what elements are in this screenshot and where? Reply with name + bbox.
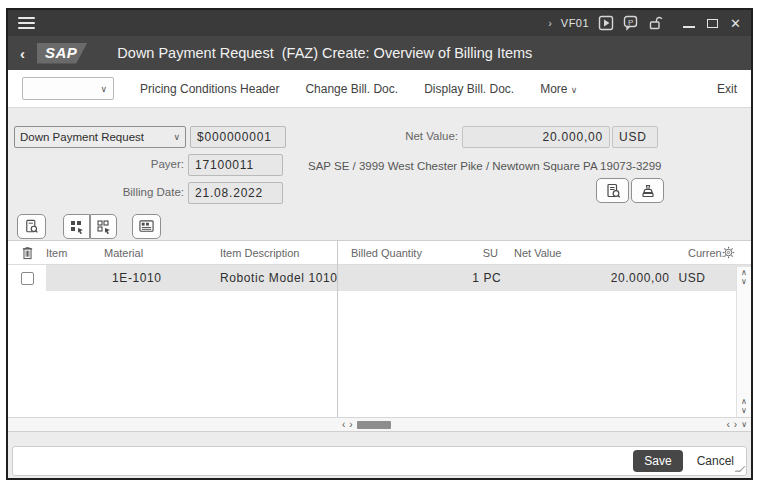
display-document-header-button[interactable] xyxy=(596,178,629,203)
stamp-icon xyxy=(639,182,657,200)
scroll-right-icon[interactable]: › xyxy=(349,420,352,430)
delete-column-header[interactable] xyxy=(8,246,46,260)
unlock-icon[interactable] xyxy=(648,15,664,31)
content-area: Down Payment Request ∨ $000000001 Net Va… xyxy=(8,108,751,478)
release-to-accounting-button[interactable] xyxy=(631,178,664,203)
trash-icon xyxy=(21,246,34,260)
table-vertical-scrollbar[interactable]: ∧ ∨ ∧ ∨ xyxy=(736,267,751,417)
item-details-icon xyxy=(138,219,155,234)
cell-billed-quantity: 1 xyxy=(354,271,479,285)
close-button[interactable]: ✕ xyxy=(730,17,741,30)
billing-date-field[interactable]: 21.08.2022 xyxy=(188,182,283,204)
nav-chevron-icon[interactable]: › xyxy=(548,17,552,29)
net-value-currency-field: USD xyxy=(612,126,658,148)
scroll-left-icon[interactable]: ‹ xyxy=(726,420,729,430)
command-combobox[interactable]: ∨ xyxy=(22,77,114,100)
scroll-down-icon[interactable]: ∨ xyxy=(741,420,747,430)
scroll-left-icon[interactable]: ‹ xyxy=(342,420,345,430)
scroll-down-icon[interactable]: ∨ xyxy=(741,407,747,415)
gui-session-icon[interactable]: P xyxy=(623,15,639,31)
item-details-button[interactable] xyxy=(132,214,161,239)
app-window: › VF01 P ✕ ‹ SAP Down Payment Request (F… xyxy=(6,8,753,480)
chevron-down-icon: ∨ xyxy=(100,84,107,94)
payer-label: Payer: xyxy=(88,158,184,170)
scroll-up-icon[interactable]: ∧ xyxy=(741,269,747,277)
column-header-material[interactable]: Material xyxy=(104,247,220,259)
scroll-up-icon[interactable]: ∧ xyxy=(741,398,747,406)
billing-items-table: Item Material Item Description Billed Qu… xyxy=(8,240,751,432)
scroll-right-icon[interactable]: › xyxy=(734,420,737,430)
row-checkbox[interactable] xyxy=(21,272,34,285)
cell-currency: USD xyxy=(669,271,723,285)
hamburger-menu-icon[interactable] xyxy=(18,17,35,29)
row-select-cell xyxy=(8,265,46,291)
document-search-icon xyxy=(23,218,40,235)
save-button[interactable]: Save xyxy=(633,450,682,472)
change-bill-doc-button[interactable]: Change Bill. Doc. xyxy=(305,82,398,96)
gear-icon xyxy=(722,246,735,259)
sap-logo: SAP xyxy=(37,43,87,64)
select-all-items-button[interactable] xyxy=(63,214,90,239)
column-header-billed-quantity[interactable]: Billed Quantity xyxy=(337,247,462,259)
net-value-label: Net Value: xyxy=(368,130,458,142)
menu-toolbar: ∨ Pricing Conditions Header Change Bill.… xyxy=(8,70,751,108)
run-transaction-icon[interactable] xyxy=(598,15,614,31)
app-header: ‹ SAP Down Payment Request (FAZ) Create:… xyxy=(8,36,751,70)
window-titlebar: › VF01 P ✕ xyxy=(8,10,751,36)
exit-button[interactable]: Exit xyxy=(717,82,737,96)
table-settings-button[interactable] xyxy=(722,245,735,263)
column-header-item[interactable]: Item xyxy=(46,247,104,259)
chevron-down-icon: ∨ xyxy=(173,132,180,142)
column-header-net-value[interactable]: Net Value xyxy=(502,247,652,259)
table-header-row: Item Material Item Description Billed Qu… xyxy=(8,241,751,265)
cell-su: PC xyxy=(479,271,519,285)
document-type-dropdown[interactable]: Down Payment Request ∨ xyxy=(14,126,186,148)
table-horizontal-scrollbar[interactable]: ‹ › ‹ › ∨ xyxy=(8,417,751,431)
cell-net-value: 20.000,00 xyxy=(519,271,669,285)
pricing-conditions-header-button[interactable]: Pricing Conditions Header xyxy=(140,82,279,96)
maximize-button[interactable] xyxy=(707,19,718,28)
table-pane-divider xyxy=(337,241,338,417)
back-chevron-icon[interactable]: ‹ xyxy=(20,45,25,62)
scroll-down-icon[interactable]: ∨ xyxy=(741,278,747,286)
cell-description: Robotic Model 1010 xyxy=(220,271,354,285)
column-header-currency[interactable]: Curren... xyxy=(652,247,724,259)
table-row[interactable]: 1E-1010 Robotic Model 1010 1 PC 20.000,0… xyxy=(8,265,751,291)
more-menu-button[interactable]: More ∨ xyxy=(540,82,577,96)
billing-date-label: Billing Date: xyxy=(68,186,184,198)
deselect-all-icon xyxy=(96,219,112,235)
select-all-icon xyxy=(69,219,85,235)
minimize-button[interactable] xyxy=(683,26,695,28)
display-bill-doc-button[interactable]: Display Bill. Doc. xyxy=(424,82,514,96)
payer-address: SAP SE / 3999 West Chester Pike / Newtow… xyxy=(308,160,662,172)
column-header-description[interactable]: Item Description xyxy=(220,247,337,259)
column-header-su[interactable]: SU xyxy=(462,247,502,259)
payer-field[interactable]: 17100011 xyxy=(188,154,283,176)
document-type-value: Down Payment Request xyxy=(20,131,144,143)
cancel-button[interactable]: Cancel xyxy=(697,454,734,468)
page-title: Down Payment Request (FAZ) Create: Overv… xyxy=(117,45,532,61)
scrollbar-thumb[interactable] xyxy=(357,421,391,429)
cell-material: 1E-1010 xyxy=(104,271,220,285)
deselect-all-items-button[interactable] xyxy=(90,214,117,239)
chevron-down-icon: ∨ xyxy=(571,85,578,95)
net-value-field: 20.000,00 xyxy=(462,126,610,148)
resize-grip[interactable] xyxy=(734,466,745,472)
document-number-field[interactable]: $000000001 xyxy=(190,126,286,148)
transaction-code: VF01 xyxy=(561,17,589,29)
svg-text:P: P xyxy=(628,18,633,27)
document-search-icon xyxy=(604,182,622,200)
footer-bar: Save Cancel xyxy=(12,446,747,476)
item-detail-search-button[interactable] xyxy=(17,214,46,239)
